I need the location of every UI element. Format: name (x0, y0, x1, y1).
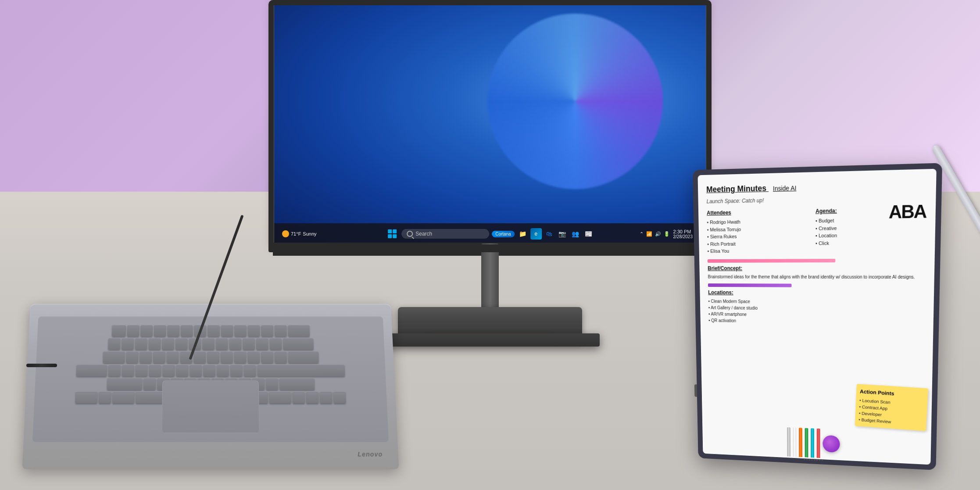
key-backtick[interactable] (108, 338, 120, 350)
monitor-screen: 71°F Sunny Search Cortana (273, 0, 707, 246)
key-f11[interactable] (261, 325, 273, 337)
key-g[interactable] (162, 365, 175, 377)
key-del[interactable] (288, 325, 310, 337)
tablet-tools (787, 427, 840, 459)
key-enter[interactable] (257, 365, 345, 377)
key-arrow-d[interactable] (319, 391, 332, 404)
monitor-stand-base-bottom (380, 333, 600, 347)
key-alt-l[interactable] (112, 391, 135, 404)
key-arrow-l[interactable] (292, 391, 305, 404)
key-w[interactable] (139, 351, 151, 363)
key-y[interactable] (193, 351, 206, 363)
key-a[interactable] (108, 365, 121, 377)
key-f9[interactable] (234, 325, 247, 337)
win11-bloom (487, 14, 663, 189)
lenovo-keyboard-logo: Lenovo (358, 451, 383, 458)
key-8[interactable] (215, 338, 228, 350)
weather-widget: 71°F Sunny (279, 229, 320, 238)
key-caps[interactable] (76, 365, 107, 377)
key-semicolon[interactable] (230, 365, 243, 377)
key-backspace[interactable] (283, 338, 313, 350)
key-f12[interactable] (274, 325, 286, 337)
key-l[interactable] (217, 365, 229, 377)
start-button[interactable] (386, 227, 399, 240)
key-k[interactable] (203, 365, 215, 377)
taskbar-center[interactable]: Search Cortana 📁 e 🛍 📷 👥 📰 (386, 227, 594, 240)
key-i[interactable] (220, 351, 232, 363)
key-h[interactable] (176, 365, 188, 377)
key-7[interactable] (202, 338, 215, 350)
purple-tool-circle[interactable] (823, 435, 840, 453)
attendee-5: Elisa You (707, 247, 811, 255)
key-f7[interactable] (207, 325, 220, 337)
edge-icon[interactable]: e (530, 228, 542, 240)
key-s[interactable] (122, 365, 134, 377)
key-f5[interactable] (180, 325, 193, 337)
key-ctrl-l[interactable] (75, 391, 97, 404)
agenda-3: Location (815, 231, 926, 240)
key-z[interactable] (143, 378, 155, 390)
section2-title: Locations: (708, 288, 925, 297)
pencil-orange (799, 428, 802, 457)
key-e[interactable] (153, 351, 165, 363)
key-0[interactable] (243, 338, 255, 350)
search-bar[interactable]: Search (401, 229, 489, 239)
key-alt-r[interactable] (269, 391, 291, 404)
key-fn[interactable] (99, 391, 111, 404)
key-slash[interactable] (265, 378, 278, 390)
speaker-dot-6 (816, 459, 818, 461)
key-u[interactable] (207, 351, 219, 363)
qwerty-key-row (43, 351, 379, 363)
trackpad[interactable] (162, 380, 260, 433)
key-rbracket[interactable] (274, 351, 286, 363)
key-tab[interactable] (103, 351, 125, 363)
pencil-silver (787, 427, 790, 457)
key-shift-l[interactable] (107, 378, 142, 390)
search-label: Search (415, 231, 432, 237)
key-shift-r[interactable] (279, 378, 315, 390)
key-minus[interactable] (256, 338, 268, 350)
key-enter-top[interactable] (288, 351, 318, 363)
key-f[interactable] (149, 365, 161, 377)
key-f8[interactable] (221, 325, 233, 337)
key-f2[interactable] (140, 325, 153, 337)
key-lbracket[interactable] (261, 351, 273, 363)
teams-icon[interactable]: 👥 (570, 228, 581, 240)
pencil-coral (817, 429, 820, 458)
speaker-dot-3 (809, 459, 810, 461)
tablet-screen: Meeting Minutes Inside AI Launch Space: … (697, 169, 936, 465)
key-esc[interactable] (111, 325, 125, 337)
section1-text: Brainstormed ideas for the theme that al… (708, 274, 925, 280)
tablet-side-button[interactable] (694, 384, 697, 397)
tablet-body: Meeting Minutes Inside AI Launch Space: … (693, 163, 942, 470)
key-f3[interactable] (154, 325, 166, 337)
key-equals[interactable] (269, 338, 282, 350)
key-f1[interactable] (127, 325, 139, 337)
key-q[interactable] (126, 351, 138, 363)
cortana-button[interactable]: Cortana (492, 231, 515, 237)
key-r[interactable] (166, 351, 179, 363)
photos-icon[interactable]: 📷 (557, 228, 568, 240)
key-f10[interactable] (247, 325, 260, 337)
store-icon[interactable]: 🛍 (544, 228, 555, 240)
key-arrow-u[interactable] (306, 391, 318, 404)
key-5[interactable] (175, 338, 187, 350)
key-d[interactable] (135, 365, 147, 377)
key-o[interactable] (234, 351, 246, 363)
file-explorer-icon[interactable]: 📁 (517, 228, 529, 240)
key-quote[interactable] (244, 365, 256, 377)
taskbar-icons: 📁 e 🛍 📷 👥 📰 (517, 228, 594, 240)
news-icon[interactable]: 📰 (583, 228, 594, 240)
speaker-dot-1 (804, 459, 805, 460)
key-4[interactable] (162, 338, 174, 350)
key-2[interactable] (135, 338, 147, 350)
tablet-container: Meeting Minutes Inside AI Launch Space: … (690, 170, 945, 468)
section1-title: Brief/Concept: (708, 264, 925, 272)
key-p[interactable] (247, 351, 260, 363)
key-f4[interactable] (167, 325, 179, 337)
key-arrow-r[interactable] (333, 391, 346, 404)
key-1[interactable] (121, 338, 133, 350)
key-j[interactable] (190, 365, 202, 377)
key-3[interactable] (148, 338, 161, 350)
key-9[interactable] (229, 338, 241, 350)
